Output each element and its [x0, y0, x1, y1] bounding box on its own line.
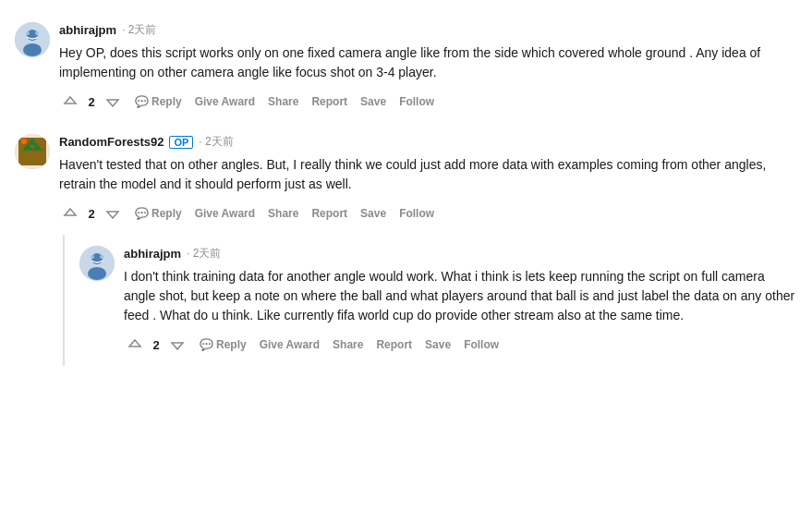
comment-actions: 2 💬 Reply Give Award Share Report Save F… [59, 91, 797, 112]
avatar [15, 134, 50, 169]
giveaward-button[interactable]: Give Award [254, 335, 325, 355]
reply-button[interactable]: 💬 Reply [129, 203, 188, 224]
save-button[interactable]: Save [355, 91, 392, 112]
vote-section: 2 [124, 335, 188, 354]
upvote-button[interactable] [124, 335, 146, 354]
report-button[interactable]: Report [370, 335, 418, 355]
svg-point-4 [35, 31, 39, 35]
timestamp: · 2天前 [199, 134, 233, 150]
svg-point-3 [26, 31, 30, 35]
save-button[interactable]: Save [419, 335, 456, 355]
vote-section: 2 [59, 92, 124, 111]
comment-text: I don't think training data for another … [124, 267, 797, 325]
timestamp: · 2天前 [187, 246, 221, 262]
vote-section: 2 [59, 204, 124, 223]
save-button[interactable]: Save [355, 203, 392, 224]
comment-text: Haven't tested that on other angles. But… [59, 155, 797, 194]
report-button[interactable]: Report [306, 203, 353, 224]
upvote-button[interactable] [59, 92, 81, 111]
downvote-button[interactable] [102, 204, 124, 223]
upvote-button[interactable] [59, 204, 81, 223]
downvote-button[interactable] [102, 92, 124, 111]
comment-header: abhirajpm · 2天前 [124, 246, 797, 262]
avatar [15, 22, 50, 57]
follow-button[interactable]: Follow [458, 335, 504, 355]
comment-1: abhirajpm · 2天前 Hey OP, does this script… [15, 11, 797, 123]
username: RandomForests92 [59, 135, 164, 149]
reply-icon: 💬 [200, 338, 213, 351]
reply-icon: 💬 [135, 207, 149, 220]
svg-point-11 [21, 139, 27, 144]
share-button[interactable]: Share [262, 91, 304, 112]
comment-actions: 2 💬 Reply Give Award Share Report Save F… [59, 203, 797, 224]
svg-point-2 [23, 43, 42, 56]
vote-count: 2 [85, 207, 98, 221]
vote-count: 2 [150, 338, 163, 352]
comment-header: abhirajpm · 2天前 [59, 22, 797, 38]
comment-text: Hey OP, does this script works only on o… [59, 43, 797, 82]
share-button[interactable]: Share [262, 203, 304, 224]
downvote-button[interactable] [166, 335, 188, 354]
comment-body: RandomForests92 OP · 2天前 Haven't tested … [59, 134, 797, 224]
comment-body: abhirajpm · 2天前 Hey OP, does this script… [59, 22, 797, 112]
giveaward-button[interactable]: Give Award [189, 203, 261, 224]
timestamp: · 2天前 [122, 22, 156, 38]
op-badge: OP [169, 136, 193, 149]
username: abhirajpm [59, 23, 116, 37]
svg-point-14 [88, 267, 106, 280]
reply-icon: 💬 [135, 95, 149, 108]
comment-body: abhirajpm · 2天前 I don't think training d… [124, 246, 797, 355]
comment-header: RandomForests92 OP · 2天前 [59, 134, 797, 150]
comment-thread: abhirajpm · 2天前 Hey OP, does this script… [15, 11, 797, 366]
svg-rect-10 [30, 154, 35, 164]
comment-3: abhirajpm · 2天前 I don't think training d… [63, 235, 797, 366]
report-button[interactable]: Report [306, 91, 353, 112]
reply-button[interactable]: 💬 Reply [129, 91, 188, 112]
svg-point-15 [91, 255, 94, 259]
avatar [79, 246, 115, 281]
share-button[interactable]: Share [327, 335, 369, 355]
follow-button[interactable]: Follow [394, 91, 440, 112]
comment-2: RandomForests92 OP · 2天前 Haven't tested … [15, 123, 797, 235]
comment-actions: 2 💬 Reply Give Award Share Report Save F… [124, 335, 797, 355]
vote-count: 2 [85, 95, 98, 109]
follow-button[interactable]: Follow [394, 203, 440, 224]
username: abhirajpm [124, 247, 181, 261]
giveaward-button[interactable]: Give Award [189, 91, 261, 112]
svg-point-16 [100, 255, 103, 259]
reply-button[interactable]: 💬 Reply [194, 335, 252, 355]
